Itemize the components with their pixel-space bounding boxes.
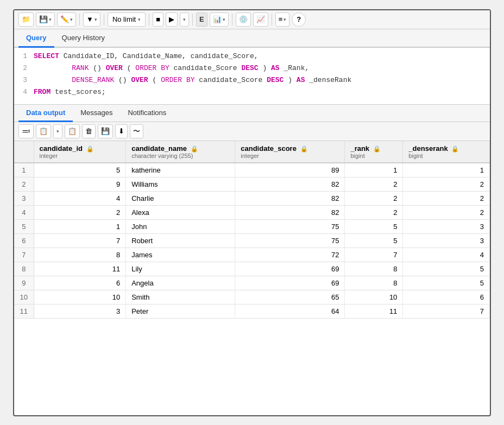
table-row: 6 7 Robert 75 5 3: [14, 233, 490, 248]
cell-candidate-name: Charlie: [126, 191, 235, 205]
code-content-1: SELECT Candidate_ID, Candidate_Name, can…: [34, 52, 490, 60]
app-window: 📁 💾 ▾ ✏️ ▾ ▼ ▾ No limit ▾ ■ ▶ ▾ E 📊 ▾ 💿 …: [13, 9, 491, 416]
cell-candidate-name: Peter: [126, 304, 235, 318]
indent-2: [34, 64, 67, 72]
table-header-row: candidate_id 🔒 integer candidate_name 🔒 …: [14, 141, 490, 163]
cell-candidate-id: 7: [34, 233, 126, 248]
run-button[interactable]: ▶: [166, 12, 178, 27]
kw-desc-3: DESC: [267, 76, 284, 84]
row-num-header: [14, 141, 34, 163]
cell-candidate-name: Alexa: [126, 205, 235, 219]
filter-button[interactable]: ▼ ▾: [83, 12, 100, 27]
tab-messages[interactable]: Messages: [73, 105, 120, 122]
col-header-candidate-score: candidate_score 🔒 integer: [235, 141, 345, 163]
row-num-cell: 11: [14, 304, 34, 318]
stop-button[interactable]: ■: [153, 12, 163, 27]
cell-rank: 1: [345, 163, 403, 177]
disk-button[interactable]: 💿: [236, 12, 251, 27]
kw-over-2: OVER: [106, 64, 123, 72]
cparen-3: ): [288, 76, 297, 84]
download-button[interactable]: ⬇: [115, 124, 128, 138]
col-type-denserank: bigint: [408, 153, 484, 159]
kw-orderby-2: ORDER BY: [135, 64, 169, 72]
edit-button[interactable]: ✏️ ▾: [57, 12, 76, 27]
kw-as-2: AS: [271, 64, 280, 72]
row-num-cell: 1: [14, 163, 34, 177]
code-content-4: FROM test_scores;: [34, 88, 490, 96]
lock-icon-denserank: 🔒: [451, 145, 459, 152]
toolbar-sep-6: [272, 14, 272, 26]
fn-rank: RANK: [72, 64, 89, 72]
code-editor[interactable]: 1 SELECT Candidate_ID, Candidate_Name, c…: [14, 48, 490, 105]
copy-button[interactable]: 📋: [36, 124, 51, 138]
cell-rank: 7: [345, 248, 403, 262]
main-toolbar: 📁 💾 ▾ ✏️ ▾ ▼ ▾ No limit ▾ ■ ▶ ▾ E 📊 ▾ 💿 …: [14, 10, 490, 29]
code-line-4: 4 FROM test_scores;: [14, 88, 490, 100]
help-button[interactable]: ?: [292, 12, 306, 27]
save-data-button[interactable]: 💾: [98, 124, 113, 138]
col-3: candidate_Score: [199, 76, 267, 84]
alias-3: _denseRank: [309, 76, 351, 84]
row-num-cell: 2: [14, 177, 34, 191]
add-row-button[interactable]: ≕: [18, 124, 34, 138]
row-num-cell: 10: [14, 290, 34, 304]
code-content-3: DENSE_RANK () OVER ( ORDER BY candidate_…: [34, 76, 490, 84]
code-text-1: Candidate_ID, Candidate_Name, candidate_…: [64, 52, 259, 60]
results-table-container: candidate_id 🔒 integer candidate_name 🔒 …: [14, 141, 490, 319]
explain-button[interactable]: E: [196, 12, 207, 27]
cparen-2: ): [262, 64, 271, 72]
cell-denserank: 3: [403, 233, 490, 248]
cell-candidate-name: Smith: [126, 290, 235, 304]
table-row: 3 4 Charlie 82 2 2: [14, 191, 490, 205]
cell-candidate-id: 3: [34, 304, 126, 318]
line-num-2: 2: [14, 64, 34, 72]
menu-button[interactable]: ≡ ▾: [275, 12, 290, 27]
cell-candidate-id: 5: [34, 163, 126, 177]
cell-candidate-name: Robert: [126, 233, 235, 248]
delete-button[interactable]: 🗑: [82, 124, 96, 138]
query-tab-bar: Query Query History: [14, 29, 490, 48]
col-type-rank: bigint: [350, 153, 397, 159]
line-num-3: 3: [14, 76, 34, 84]
paste-button[interactable]: 📋: [65, 124, 80, 138]
table-row: 1 5 katherine 89 1 1: [14, 163, 490, 177]
graph-button[interactable]: 〜: [130, 124, 143, 138]
tab-data-output[interactable]: Data output: [18, 105, 73, 122]
code-content-2: RANK () OVER ( ORDER BY candidate_Score …: [34, 64, 490, 72]
kw-orderby-3: ORDER BY: [161, 76, 194, 84]
tab-query[interactable]: Query: [18, 29, 54, 48]
lock-icon-candidate-name: 🔒: [191, 145, 198, 152]
paren-3: (): [118, 76, 131, 84]
open-folder-button[interactable]: 📁: [18, 12, 34, 27]
toolbar-sep-4: [192, 14, 193, 26]
cell-denserank: 5: [403, 262, 490, 276]
lock-icon-candidate-score: 🔒: [300, 145, 308, 152]
tab-query-history[interactable]: Query History: [54, 29, 112, 48]
cell-candidate-name: Lily: [126, 262, 235, 276]
kw-from: FROM: [34, 88, 51, 96]
row-num-cell: 6: [14, 233, 34, 248]
cell-candidate-id: 4: [34, 191, 126, 205]
chart2-button[interactable]: 📈: [253, 12, 268, 27]
cell-candidate-id: 8: [34, 248, 126, 262]
results-table: candidate_id 🔒 integer candidate_name 🔒 …: [14, 141, 490, 319]
chart-button[interactable]: 📊 ▾: [210, 12, 229, 27]
tab-notifications[interactable]: Notifications: [120, 105, 174, 122]
save-button[interactable]: 💾 ▾: [36, 12, 55, 27]
cell-rank: 8: [345, 262, 403, 276]
cell-candidate-name: John: [126, 219, 235, 233]
col-name-candidate-score: candidate_score: [241, 144, 297, 153]
limit-dropdown[interactable]: No limit ▾: [108, 12, 146, 27]
lock-icon-candidate-id: 🔒: [86, 145, 94, 152]
toolbar-sep-1: [79, 14, 80, 26]
run-dropdown-button[interactable]: ▾: [180, 12, 189, 27]
col-name-candidate-id: candidate_id: [40, 144, 83, 153]
table-row: 8 11 Lily 69 8 5: [14, 262, 490, 276]
copy-dropdown-button[interactable]: ▾: [53, 124, 62, 138]
oparen-3: (: [153, 76, 157, 84]
toolbar-sep-3: [149, 14, 149, 26]
cell-candidate-id: 6: [34, 276, 126, 290]
table-row: 9 6 Angela 69 8 5: [14, 276, 490, 290]
col-2: candidate_Score: [174, 64, 242, 72]
output-tab-bar: Data output Messages Notifications: [14, 105, 490, 122]
